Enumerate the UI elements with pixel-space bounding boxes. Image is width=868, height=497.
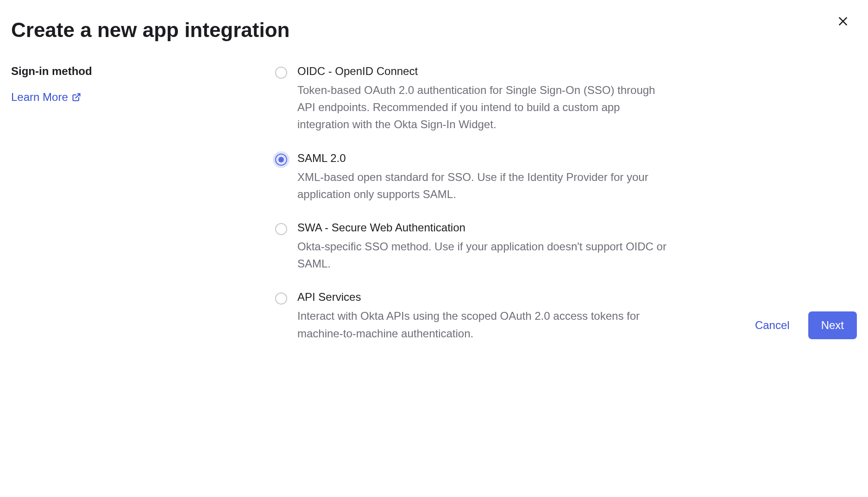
close-icon	[837, 15, 849, 27]
option-body: SAML 2.0 XML-based open standard for SSO…	[297, 152, 669, 203]
create-app-integration-modal: Create a new app integration Sign-in met…	[0, 0, 868, 353]
learn-more-link[interactable]: Learn More	[11, 91, 81, 104]
option-description: Okta-specific SSO method. Use if your ap…	[297, 238, 669, 272]
close-button[interactable]	[835, 13, 851, 30]
section-heading: Sign-in method	[11, 65, 275, 78]
radio-input-saml[interactable]	[275, 154, 287, 166]
external-link-icon	[72, 93, 81, 102]
radio-circle-icon	[275, 154, 287, 166]
radio-circle-icon	[275, 292, 287, 304]
option-title: API Services	[297, 291, 669, 304]
option-title: SAML 2.0	[297, 152, 669, 165]
radio-option-oidc[interactable]: OIDC - OpenID Connect Token-based OAuth …	[275, 65, 669, 133]
radio-circle-icon	[275, 67, 287, 79]
radio-circle-icon	[275, 223, 287, 235]
cancel-button[interactable]: Cancel	[750, 312, 794, 338]
radio-option-saml[interactable]: SAML 2.0 XML-based open standard for SSO…	[275, 152, 669, 203]
radio-input-oidc[interactable]	[275, 67, 287, 79]
option-body: API Services Interact with Okta APIs usi…	[297, 291, 669, 342]
left-column: Sign-in method Learn More	[11, 65, 275, 342]
radio-input-swa[interactable]	[275, 223, 287, 235]
option-body: OIDC - OpenID Connect Token-based OAuth …	[297, 65, 669, 133]
option-description: Interact with Okta APIs using the scoped…	[297, 307, 669, 342]
modal-footer: Cancel Next	[750, 311, 857, 339]
option-description: XML-based open standard for SSO. Use if …	[297, 168, 669, 203]
option-title: SWA - Secure Web Authentication	[297, 221, 669, 234]
svg-line-2	[75, 94, 80, 98]
option-description: Token-based OAuth 2.0 authentication for…	[297, 81, 669, 133]
modal-content: Sign-in method Learn More OIDC - OpenID …	[11, 65, 857, 342]
next-button[interactable]: Next	[808, 311, 857, 339]
learn-more-label: Learn More	[11, 91, 68, 104]
option-body: SWA - Secure Web Authentication Okta-spe…	[297, 221, 669, 272]
radio-option-swa[interactable]: SWA - Secure Web Authentication Okta-spe…	[275, 221, 669, 272]
radio-option-api-services[interactable]: API Services Interact with Okta APIs usi…	[275, 291, 669, 342]
modal-title: Create a new app integration	[11, 19, 857, 42]
radio-input-api-services[interactable]	[275, 292, 287, 304]
option-title: OIDC - OpenID Connect	[297, 65, 669, 78]
right-column: OIDC - OpenID Connect Token-based OAuth …	[275, 65, 669, 342]
